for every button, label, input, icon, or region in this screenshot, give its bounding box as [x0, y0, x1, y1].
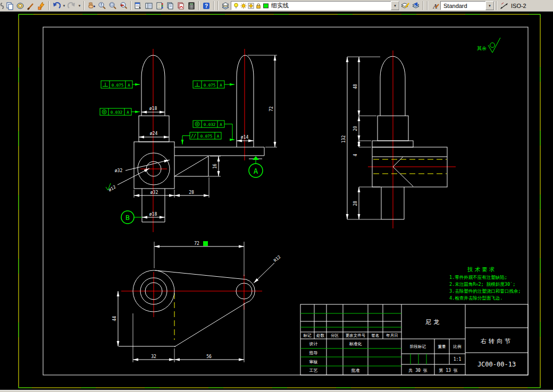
datum-a-label: A	[254, 167, 258, 175]
dim-text[interactable]: 44	[112, 316, 117, 321]
dim-text[interactable]: 20	[353, 126, 358, 131]
quick-calc-icon[interactable]	[186, 1, 197, 11]
fcf-value: 0.075	[200, 134, 213, 139]
dim-text[interactable]: ø12	[107, 184, 116, 192]
zoom-realtime-icon[interactable]	[97, 1, 107, 11]
design-center-icon[interactable]	[144, 1, 154, 11]
concentricity-icon	[102, 110, 106, 114]
dim-text[interactable]: 56	[206, 354, 212, 359]
redo-dropdown-icon[interactable]: ▼	[77, 1, 82, 11]
partial-icon[interactable]	[0, 1, 4, 11]
datum-b[interactable]: B	[121, 211, 142, 224]
pan-icon[interactable]	[86, 1, 97, 11]
dim-text[interactable]: ø18	[149, 212, 157, 217]
text-style-name: Standard	[442, 3, 485, 9]
material: 尼龙	[425, 319, 441, 326]
layer-previous-icon[interactable]	[410, 1, 421, 11]
undo-icon[interactable]	[51, 1, 62, 11]
layer-combobox[interactable]: 细实线 ▼	[231, 1, 400, 10]
grip-highlight[interactable]	[203, 241, 208, 246]
dim-text[interactable]: ø32	[150, 190, 158, 195]
dim-text[interactable]: ø32	[115, 168, 123, 173]
text-style-icon[interactable]: A	[430, 1, 440, 11]
fcf-datum: A	[217, 134, 220, 139]
drawing-canvas[interactable]: ø18 ø24 ø32 ø12 ø32 28 ø18 16 ø14 72 132…	[0, 12, 553, 392]
fcf-parallelism[interactable]: 0.075 A	[182, 132, 221, 144]
part-geometry[interactable]	[118, 55, 447, 362]
row-label: 工艺	[309, 368, 318, 373]
lock-icon[interactable]	[255, 3, 262, 9]
dim-text[interactable]: ø14	[241, 135, 249, 140]
dim-text[interactable]: 32	[151, 354, 156, 359]
zoom-window-icon[interactable]	[107, 1, 118, 11]
separator	[198, 1, 199, 10]
weight-label: 重量	[438, 344, 447, 349]
layer-color-swatch[interactable]	[262, 3, 270, 9]
dim-text[interactable]: 16	[213, 164, 217, 169]
drawing-border	[19, 14, 540, 388]
dim-text[interactable]: 4	[353, 154, 358, 156]
paste-icon[interactable]	[15, 1, 26, 11]
layer-dropdown-arrow[interactable]: ▼	[391, 1, 399, 10]
dim-text[interactable]: 132	[341, 135, 346, 143]
row-label: 审核	[309, 360, 318, 364]
fcf-concentricity-2[interactable]: 0.032 A	[193, 121, 234, 140]
dim-text[interactable]: ø24	[150, 131, 158, 136]
bottom-view[interactable]	[119, 270, 255, 347]
fcf-perpendicularity-1[interactable]: 0.075 A	[101, 81, 140, 88]
dim-text[interactable]: 72	[269, 106, 274, 112]
text-style-dropdown-arrow[interactable]: ▼	[485, 1, 494, 10]
dim-style-icon[interactable]	[499, 1, 509, 11]
help-icon[interactable]: ?	[201, 1, 212, 11]
redo-icon[interactable]	[66, 1, 77, 11]
lightning-icon[interactable]	[36, 1, 47, 11]
middle-view[interactable]	[237, 55, 254, 147]
hidden-lines[interactable]	[174, 159, 447, 340]
markup-set-manager-icon[interactable]	[175, 1, 186, 11]
sun-viewport-icon[interactable]	[247, 3, 255, 9]
part-name: 右转向节	[481, 338, 513, 345]
title-block[interactable]: 标记 处数 分区 更改文件号 签名 年月日 设计 指导 审核 工艺 标准化 批准…	[300, 304, 528, 375]
sun-icon[interactable]	[240, 3, 247, 9]
rev-header: 分区	[331, 333, 339, 338]
make-object-layer-current-icon[interactable]	[400, 1, 410, 11]
properties-icon[interactable]	[133, 1, 144, 11]
dim-text[interactable]: ø18	[149, 106, 157, 111]
dim-text[interactable]: 72	[194, 241, 199, 246]
zoom-previous-icon[interactable]	[118, 1, 129, 11]
fcf-value: 0.075	[204, 83, 216, 88]
match-properties-icon[interactable]	[26, 1, 36, 11]
copy-icon[interactable]	[4, 1, 15, 11]
side-view[interactable]	[372, 56, 447, 219]
sheet-set-manager-icon[interactable]	[165, 1, 175, 11]
fcf-value: 0.075	[112, 83, 124, 88]
dim-text[interactable]: 48	[353, 84, 358, 89]
datum-a[interactable]: A	[249, 156, 263, 177]
rev-header: 年月日	[386, 333, 398, 338]
extension-lines	[133, 55, 381, 362]
undo-dropdown-icon[interactable]: ▼	[62, 1, 66, 11]
tool-palettes-icon[interactable]	[154, 1, 165, 11]
separator	[496, 1, 497, 10]
surface-roughness-note[interactable]: 其余	[477, 38, 500, 53]
dimension-lines[interactable]	[118, 55, 359, 360]
fcf-concentricity-1[interactable]: 0.032 A	[100, 108, 140, 115]
roughness-icon	[488, 38, 500, 53]
tech-req-line: 1.零件外观不应有注塑缺陷;	[449, 275, 507, 280]
centerlines[interactable]	[121, 49, 456, 317]
dim-style-name: ISO-2	[509, 3, 528, 9]
dim-text[interactable]: R12	[273, 254, 282, 263]
dim-text[interactable]: 28	[353, 201, 358, 206]
fcf-datum: A	[220, 122, 222, 127]
separator	[427, 1, 428, 10]
fcf-perpendicularity-2[interactable]: 0.075 A	[193, 81, 234, 88]
approve-label: 批准	[351, 368, 360, 373]
layers-icon[interactable]	[220, 1, 231, 11]
concentricity-icon	[195, 122, 199, 126]
tech-requirements[interactable]: 技术要求 1.零件外观不应有注塑缺陷; 2.未注圆角R=2; 脱模斜度30′; …	[449, 266, 521, 301]
dim-text[interactable]: 28	[189, 190, 194, 195]
fcf-datum: A	[128, 83, 130, 88]
text-style-combobox[interactable]: Standard ▼	[440, 1, 495, 10]
bulb-icon[interactable]	[232, 3, 240, 9]
rev-header: 标记	[303, 333, 312, 338]
